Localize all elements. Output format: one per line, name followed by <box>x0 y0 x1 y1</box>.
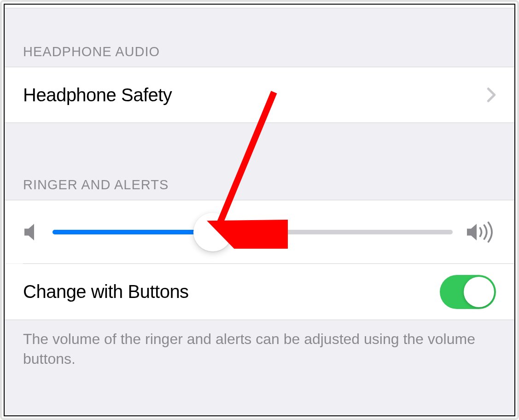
headphone-safety-row[interactable]: Headphone Safety <box>5 67 514 123</box>
top-strip <box>5 5 514 8</box>
section-header-headphone-audio: HEADPHONE AUDIO <box>5 8 514 67</box>
ringer-volume-slider[interactable] <box>52 230 453 234</box>
change-with-buttons-row: Change with Buttons <box>5 264 514 320</box>
slider-thumb[interactable] <box>193 213 232 251</box>
section-header-ringer-alerts: RINGER AND ALERTS <box>5 123 514 200</box>
ringer-volume-slider-row <box>5 200 514 263</box>
slider-fill <box>52 230 213 234</box>
speaker-min-icon <box>23 222 40 242</box>
change-with-buttons-label: Change with Buttons <box>23 281 189 302</box>
settings-content: HEADPHONE AUDIO Headphone Safety RINGER … <box>5 5 514 415</box>
headphone-safety-label: Headphone Safety <box>23 85 172 105</box>
ringer-alerts-footer: The volume of the ringer and alerts can … <box>5 320 514 369</box>
change-with-buttons-toggle[interactable] <box>440 275 496 309</box>
toggle-knob <box>464 277 494 307</box>
chevron-right-icon <box>487 87 496 103</box>
speaker-max-icon <box>466 222 496 243</box>
